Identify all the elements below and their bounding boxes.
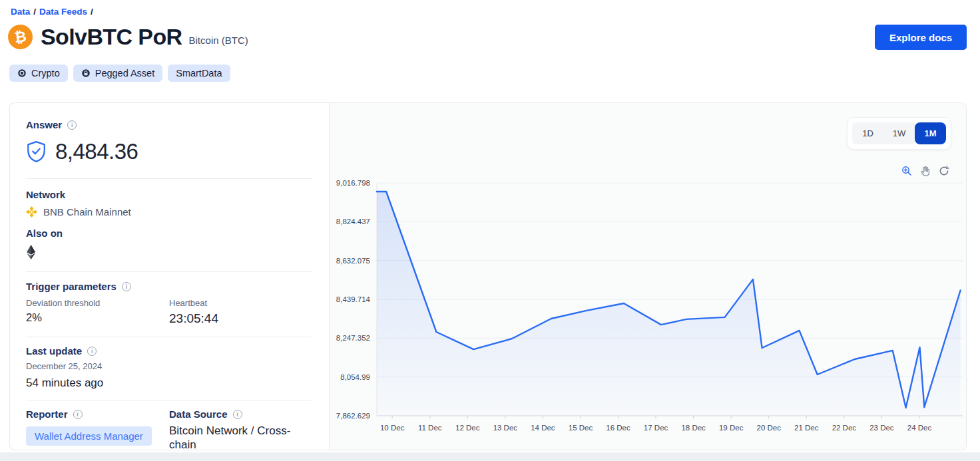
tag-label: Crypto <box>31 68 60 78</box>
tag-label: SmartData <box>176 68 222 78</box>
heartbeat-label: Heartbeat <box>169 298 218 308</box>
y-axis-label: 8,439.714 <box>336 295 371 303</box>
deviation-threshold-label: Deviation threshold <box>26 298 169 308</box>
range-button-1m[interactable]: 1M <box>915 122 946 144</box>
page-footer-strip <box>0 452 980 461</box>
answer-label-row: Answer i <box>26 119 312 130</box>
reporter-section: Reporter i Wallet Address Manager Data S… <box>26 400 312 450</box>
x-axis-label: 15 Dec <box>569 424 593 432</box>
explore-docs-button[interactable]: Explore docs <box>875 25 967 50</box>
x-axis-label: 18 Dec <box>681 424 706 432</box>
feed-details-panel: Answer i 8,484.36 Network <box>10 103 329 450</box>
time-range-selector: 1D 1W 1M <box>847 117 951 150</box>
zoom-in-icon[interactable] <box>901 165 913 177</box>
answer-label: Answer <box>26 119 62 130</box>
por-chart[interactable]: 9,016.7988,824.4378,632.0758,439.7148,24… <box>330 103 967 450</box>
last-update-section: Last update i December 25, 2024 54 minut… <box>26 337 312 400</box>
reporter-badge[interactable]: Wallet Address Manager <box>26 426 152 446</box>
info-icon[interactable]: i <box>122 282 131 291</box>
deviation-threshold-value: 2% <box>26 311 169 324</box>
trigger-parameters-label: Trigger parameters <box>26 281 117 292</box>
verified-shield-icon <box>26 140 47 163</box>
y-axis-label: 8,824.437 <box>336 218 370 226</box>
breadcrumb-separator: / <box>91 7 93 17</box>
reset-zoom-icon[interactable] <box>938 165 950 177</box>
answer-section: Answer i 8,484.36 <box>26 119 312 179</box>
data-source-value: Bitcoin Network / Cross-chain <box>169 424 311 450</box>
y-axis-label: 9,016.798 <box>336 179 370 187</box>
info-icon[interactable]: i <box>233 410 242 419</box>
page-subtitle: Bitcoin (BTC) <box>189 35 248 46</box>
breadcrumb-link-data-feeds[interactable]: Data Feeds <box>39 7 87 17</box>
network-row: BNB Chain Mainnet <box>26 206 312 218</box>
x-axis-label: 23 Dec <box>869 424 894 432</box>
x-axis-label: 11 Dec <box>418 424 442 432</box>
x-axis-label: 24 Dec <box>907 424 932 432</box>
network-label: Network <box>26 189 312 200</box>
ethereum-network-link[interactable] <box>26 245 38 262</box>
last-update-label: Last update <box>26 345 82 357</box>
tag-label: Pegged Asset <box>95 68 155 78</box>
chart-panel: 1D 1W 1M <box>329 103 966 450</box>
y-axis-label: 8,054.99 <box>340 373 370 381</box>
breadcrumb: Data/Data Feeds/ <box>11 7 97 17</box>
last-update-relative: 54 minutes ago <box>26 377 312 390</box>
x-axis-label: 22 Dec <box>832 424 857 432</box>
chart-toolbar <box>901 165 950 177</box>
chart-area-fill <box>377 192 961 416</box>
y-axis-label: 8,632.075 <box>336 257 370 265</box>
tag-smartdata[interactable]: SmartData <box>168 65 230 82</box>
y-axis-label: 8,247.352 <box>336 334 370 342</box>
tag-crypto[interactable]: Crypto <box>9 65 68 82</box>
ethereum-icon <box>26 245 36 259</box>
breadcrumb-separator: / <box>33 7 36 17</box>
info-icon[interactable]: i <box>67 120 77 130</box>
x-axis-label: 20 Dec <box>757 424 782 432</box>
crypto-coin-icon <box>17 69 27 78</box>
also-on-label: Also on <box>26 228 312 239</box>
x-axis-label: 16 Dec <box>606 424 630 432</box>
answer-value: 8,484.36 <box>55 139 138 164</box>
x-axis-label: 13 Dec <box>493 424 518 432</box>
tag-pegged-asset[interactable]: Pegged Asset <box>73 65 163 82</box>
x-axis-label: 14 Dec <box>531 424 555 432</box>
bitcoin-icon: ₿ <box>7 23 35 51</box>
x-axis-label: 17 Dec <box>644 424 668 432</box>
page-title: SolvBTC PoR <box>41 24 182 50</box>
pegged-asset-icon <box>81 69 91 78</box>
feed-card: Answer i 8,484.36 Network <box>9 102 967 450</box>
range-button-1w[interactable]: 1W <box>883 122 915 144</box>
info-icon[interactable]: i <box>73 410 83 419</box>
breadcrumb-link-data[interactable]: Data <box>11 7 30 17</box>
network-value: BNB Chain Mainnet <box>43 206 131 218</box>
reporter-label: Reporter <box>26 408 68 420</box>
info-icon[interactable]: i <box>87 347 97 356</box>
data-source-label: Data Source <box>169 408 228 420</box>
x-axis-label: 10 Dec <box>380 424 405 432</box>
heartbeat-value: 23:05:44 <box>169 311 218 326</box>
y-axis-label: 7,862.629 <box>336 412 370 420</box>
pan-hand-icon[interactable] <box>919 165 931 177</box>
page-header: ₿ SolvBTC PoR Bitcoin (BTC) <box>8 24 248 50</box>
tags-row: Crypto Pegged Asset SmartData <box>9 65 230 82</box>
range-button-1d[interactable]: 1D <box>852 122 883 144</box>
last-update-date: December 25, 2024 <box>26 361 312 371</box>
bnb-chain-icon <box>26 206 37 218</box>
trigger-parameters-section: Trigger parameters i Deviation threshold… <box>26 272 312 337</box>
x-axis-label: 21 Dec <box>794 424 819 432</box>
x-axis-label: 19 Dec <box>719 424 744 432</box>
network-section: Network BNB Chain Mainnet Also on <box>26 179 312 272</box>
x-axis-label: 12 Dec <box>455 424 480 432</box>
